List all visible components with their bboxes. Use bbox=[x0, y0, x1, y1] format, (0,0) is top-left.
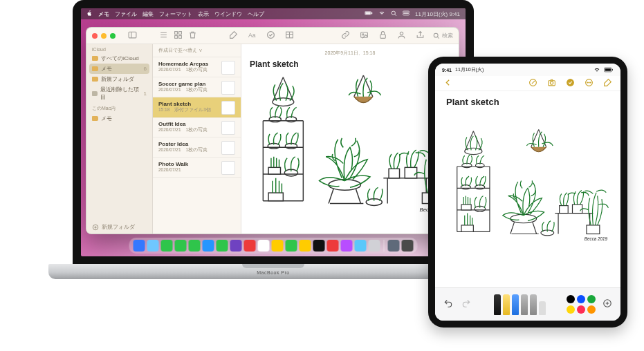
dock-app[interactable] bbox=[327, 240, 339, 252]
add-shape-button[interactable] bbox=[601, 297, 614, 312]
menubar-item-help[interactable]: ヘルプ bbox=[248, 10, 264, 18]
dock-app[interactable] bbox=[230, 240, 242, 252]
apple-logo-icon[interactable] bbox=[86, 10, 93, 18]
share-button[interactable] bbox=[414, 29, 426, 43]
delete-note-button[interactable] bbox=[187, 29, 199, 43]
note-thumbnail bbox=[221, 141, 235, 155]
pen-tool[interactable] bbox=[494, 294, 501, 315]
sidebar-item-notes[interactable]: メモ6 bbox=[89, 64, 149, 74]
marker-tool[interactable] bbox=[503, 294, 510, 315]
color-swatch[interactable] bbox=[577, 305, 585, 314]
eraser-tool[interactable] bbox=[521, 294, 528, 315]
dock-app[interactable] bbox=[355, 240, 367, 252]
sidebar-item-new-folder[interactable]: 新規フォルダ bbox=[86, 74, 152, 84]
sidebar-item-recently-deleted[interactable]: 最近削除した項目1 bbox=[86, 84, 152, 102]
new-folder-button[interactable]: 新規フォルダ bbox=[86, 220, 152, 234]
menubar-clock[interactable]: 11月10日(火) 9:41 bbox=[415, 10, 460, 18]
svg-rect-2 bbox=[371, 12, 372, 14]
dock-app[interactable] bbox=[189, 240, 201, 252]
zoom-button[interactable] bbox=[110, 33, 116, 39]
sidebar-toggle-button[interactable] bbox=[127, 29, 138, 43]
sidebar-item-local-notes[interactable]: メモ bbox=[86, 113, 152, 124]
dock-app[interactable] bbox=[258, 240, 270, 252]
dock-app[interactable] bbox=[272, 240, 284, 252]
note-list-item[interactable]: Outfit Idea2020/07/21 1枚の写真 bbox=[153, 117, 241, 137]
note-list-item[interactable]: Plant sketch15:18 添付ファイル3個 bbox=[153, 97, 241, 117]
color-swatch[interactable] bbox=[587, 305, 596, 314]
ipad-note-content[interactable]: Plant sketch bbox=[435, 91, 620, 287]
redo-button[interactable] bbox=[460, 297, 472, 312]
dock-app[interactable] bbox=[402, 240, 414, 252]
svg-rect-55 bbox=[573, 205, 582, 214]
svg-point-42 bbox=[587, 82, 588, 82]
notes-window: Aa 検索 bbox=[86, 27, 459, 234]
color-swatch[interactable] bbox=[577, 295, 585, 303]
control-center-icon[interactable] bbox=[403, 10, 410, 17]
collaborate-button[interactable] bbox=[396, 29, 407, 43]
color-swatch[interactable] bbox=[567, 295, 575, 303]
dock-app[interactable] bbox=[134, 240, 145, 252]
dock-app[interactable] bbox=[244, 240, 256, 252]
dock-app[interactable] bbox=[286, 240, 297, 252]
color-swatch[interactable] bbox=[567, 305, 575, 314]
search-icon[interactable] bbox=[391, 10, 397, 18]
menubar-app-name[interactable]: メモ bbox=[98, 10, 109, 18]
lock-button[interactable] bbox=[377, 29, 389, 43]
note-list-item[interactable]: Poster Idea2020/07/21 1枚の写真 bbox=[153, 137, 241, 158]
note-list-item[interactable]: Homemade Arepas2020/07/21 1枚の写真 bbox=[153, 57, 241, 77]
plant-sketch-drawing: Becca 2019 bbox=[250, 73, 450, 215]
grid-view-button[interactable] bbox=[172, 29, 184, 43]
media-button[interactable] bbox=[358, 29, 370, 43]
svg-rect-5 bbox=[403, 13, 409, 15]
sidebar-item-all-icloud[interactable]: すべてのiCloud bbox=[86, 53, 152, 64]
note-list-item[interactable]: Photo Walk2020/07/21 bbox=[153, 158, 241, 178]
pencil-tool[interactable] bbox=[512, 294, 519, 315]
note-list-item[interactable]: Soccer game plan2020/07/21 1枚の写真 bbox=[153, 77, 241, 97]
more-button[interactable] bbox=[583, 77, 595, 91]
list-view-button[interactable] bbox=[158, 29, 169, 43]
minimize-button[interactable] bbox=[101, 33, 107, 39]
svg-rect-52 bbox=[461, 225, 473, 231]
lasso-tool[interactable] bbox=[530, 294, 537, 315]
dock-app[interactable] bbox=[217, 240, 228, 252]
close-button[interactable] bbox=[92, 33, 98, 39]
dock-app[interactable] bbox=[147, 240, 159, 252]
markup-button[interactable] bbox=[527, 77, 539, 91]
dock-app[interactable] bbox=[175, 240, 187, 252]
checklist-button[interactable] bbox=[564, 77, 576, 91]
dock-app[interactable] bbox=[369, 240, 380, 252]
dock-app[interactable] bbox=[203, 240, 214, 252]
table-button[interactable] bbox=[284, 29, 295, 43]
back-button[interactable] bbox=[442, 77, 454, 91]
dock-app[interactable] bbox=[388, 240, 400, 252]
menubar-item-view[interactable]: 表示 bbox=[198, 10, 209, 18]
wifi-icon[interactable] bbox=[378, 10, 385, 17]
camera-button[interactable] bbox=[546, 77, 558, 91]
dock-app[interactable] bbox=[313, 240, 325, 252]
dock-app[interactable] bbox=[341, 240, 353, 252]
sidebar-section-icloud: iCloud bbox=[86, 44, 152, 53]
ruler-tool[interactable] bbox=[539, 301, 546, 315]
menubar-item-file[interactable]: ファイル bbox=[115, 10, 137, 18]
menubar-item-edit[interactable]: 編集 bbox=[142, 10, 154, 18]
dock-app[interactable] bbox=[300, 240, 311, 252]
sort-selector[interactable]: 作成日で並べ替え ∨ bbox=[153, 44, 241, 57]
dock-app[interactable] bbox=[161, 240, 173, 252]
new-note-button[interactable] bbox=[228, 29, 239, 43]
link-button[interactable] bbox=[340, 29, 351, 43]
new-note-button[interactable] bbox=[602, 77, 614, 91]
menubar-item-format[interactable]: フォーマット bbox=[159, 10, 192, 18]
color-swatch[interactable] bbox=[587, 295, 596, 303]
ipad-status-bar: 9:41 11月10日(火) bbox=[435, 64, 620, 76]
undo-button[interactable] bbox=[442, 297, 454, 312]
text-style-button[interactable]: Aa bbox=[246, 29, 258, 43]
battery-icon[interactable] bbox=[365, 10, 373, 17]
notes-titlebar[interactable]: Aa 検索 bbox=[86, 28, 459, 44]
note-editor[interactable]: 2020年9月11日、15:18 Plant sketch bbox=[241, 44, 459, 234]
menubar-item-window[interactable]: ウインドウ bbox=[214, 10, 242, 18]
checklist-button[interactable] bbox=[265, 29, 277, 43]
search-field[interactable]: 検索 bbox=[433, 32, 453, 39]
note-list: 作成日で並べ替え ∨ Homemade Arepas2020/07/21 1枚の… bbox=[153, 44, 241, 234]
note-title: Plant sketch bbox=[250, 59, 450, 69]
note-thumbnail bbox=[221, 81, 235, 95]
